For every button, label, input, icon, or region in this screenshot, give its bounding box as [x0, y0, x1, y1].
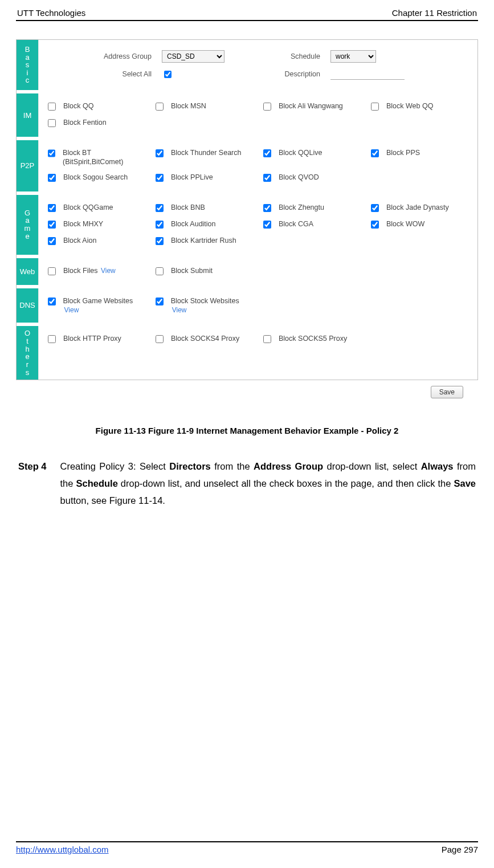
p2p-item: Block Sogou Search: [46, 173, 148, 184]
label-description: Description: [263, 70, 320, 78]
game-item: Block WOW: [369, 219, 471, 230]
game-item: Block Zhengtu: [261, 203, 363, 214]
dns-label: Block Stock Websites View: [171, 296, 255, 315]
p2p-checkbox[interactable]: [371, 149, 379, 157]
game-item: Block Aion: [46, 236, 148, 247]
p2p-item: Block PPS: [369, 148, 471, 167]
dns-view-link[interactable]: View: [64, 306, 79, 314]
others-item: Block SOCKS4 Proxy: [153, 334, 255, 345]
others-checkbox[interactable]: [48, 335, 56, 343]
others-checkbox[interactable]: [263, 335, 271, 343]
game-label: Block Aion: [63, 236, 96, 245]
step-text: Creating Policy 3: Select Directors from…: [60, 458, 476, 509]
save-button[interactable]: Save: [431, 386, 463, 398]
p2p-label: Block Thunder Search: [171, 148, 241, 157]
game-checkbox[interactable]: [48, 221, 56, 229]
input-description[interactable]: [330, 68, 405, 80]
im-label: Block Ali Wangwang: [279, 101, 343, 111]
section-label-game: Game: [17, 195, 38, 255]
header-right: Chapter 11 Restriction: [392, 8, 477, 18]
select-address-group[interactable]: CSD_SD: [162, 50, 224, 63]
game-item: Block BNB: [153, 203, 255, 214]
section-label-basic: Basic: [17, 40, 38, 90]
dns-item: Block Stock Websites View: [153, 296, 255, 315]
p2p-checkbox[interactable]: [156, 174, 164, 182]
section-label-web: Web: [17, 258, 38, 285]
web-checkbox[interactable]: [156, 267, 164, 275]
p2p-item: Block QVOD: [261, 173, 363, 184]
figure-caption: Figure 11-13 Figure 11-9 Internet Manage…: [16, 426, 478, 435]
p2p-item: Block BT (BitSpirit,BitComet): [46, 148, 148, 167]
game-checkbox[interactable]: [263, 204, 271, 212]
game-checkbox[interactable]: [156, 204, 164, 212]
im-checkbox[interactable]: [48, 119, 56, 127]
checkbox-select-all[interactable]: [164, 71, 172, 78]
p2p-item: Block PPLive: [153, 173, 255, 184]
game-item: Block QQGame: [46, 203, 148, 214]
dns-label: Block Game Websites View: [63, 296, 148, 315]
game-item: Block MHXY: [46, 219, 148, 230]
im-label: Block QQ: [63, 101, 94, 111]
game-item: Block Audition: [153, 219, 255, 230]
game-checkbox[interactable]: [371, 204, 379, 212]
label-select-all: Select All: [66, 70, 152, 78]
footer-url[interactable]: http://www.uttglobal.com: [16, 845, 109, 854]
header-left: UTT Technologies: [17, 8, 85, 18]
others-checkbox[interactable]: [156, 335, 164, 343]
im-checkbox[interactable]: [263, 103, 271, 111]
game-label: Block Audition: [171, 219, 216, 229]
web-view-link[interactable]: View: [101, 267, 116, 275]
im-item: Block Web QQ: [369, 101, 471, 112]
game-checkbox[interactable]: [263, 221, 271, 229]
im-checkbox[interactable]: [371, 103, 379, 111]
game-label: Block MHXY: [63, 219, 103, 229]
p2p-checkbox[interactable]: [48, 174, 56, 182]
p2p-label: Block PPS: [386, 148, 420, 157]
section-label-others: Others: [17, 326, 38, 380]
web-label: Block Submit: [171, 266, 213, 275]
im-checkbox[interactable]: [48, 103, 56, 111]
p2p-label: Block PPLive: [171, 173, 213, 182]
p2p-checkbox[interactable]: [48, 149, 55, 157]
game-checkbox[interactable]: [48, 204, 56, 212]
game-checkbox[interactable]: [156, 237, 164, 245]
im-item: Block QQ: [46, 101, 148, 112]
step-number: Step 4: [18, 458, 47, 509]
dns-checkbox[interactable]: [156, 298, 164, 305]
web-checkbox[interactable]: [48, 267, 56, 275]
others-label: Block SOCKS5 Proxy: [279, 334, 347, 343]
p2p-label: Block BT (BitSpirit,BitComet): [63, 148, 148, 167]
web-item: Block Submit: [153, 266, 255, 277]
others-label: Block HTTP Proxy: [63, 334, 121, 343]
config-panel: Basic Address Group CSD_SD Schedule: [16, 39, 478, 380]
game-checkbox[interactable]: [156, 221, 164, 229]
game-label: Block Kartrider Rush: [171, 236, 236, 245]
web-label: Block Files View: [63, 266, 116, 276]
game-label: Block Zhengtu: [279, 203, 324, 212]
im-label: Block Fention: [63, 118, 107, 127]
game-label: Block QQGame: [63, 203, 113, 212]
p2p-label: Block Sogou Search: [63, 173, 128, 182]
game-label: Block Jade Dynasty: [386, 203, 449, 212]
p2p-checkbox[interactable]: [263, 149, 271, 157]
dns-checkbox[interactable]: [48, 298, 56, 305]
game-checkbox[interactable]: [48, 237, 56, 245]
im-checkbox[interactable]: [156, 103, 164, 111]
dns-view-link[interactable]: View: [172, 306, 187, 314]
game-label: Block BNB: [171, 203, 205, 212]
others-item: Block SOCKS5 Proxy: [261, 334, 363, 345]
others-item: Block HTTP Proxy: [46, 334, 148, 345]
web-item: Block Files View: [46, 266, 148, 277]
others-label: Block SOCKS4 Proxy: [171, 334, 239, 343]
p2p-checkbox[interactable]: [156, 149, 164, 157]
p2p-item: Block Thunder Search: [153, 148, 255, 167]
section-label-p2p: P2P: [17, 140, 38, 191]
game-checkbox[interactable]: [371, 221, 379, 229]
label-schedule: Schedule: [263, 52, 320, 60]
im-item: Block Ali Wangwang: [261, 101, 363, 112]
p2p-checkbox[interactable]: [263, 174, 271, 182]
label-address-group: Address Group: [66, 52, 152, 60]
im-label: Block Web QQ: [386, 101, 433, 111]
p2p-label: Block QVOD: [279, 173, 319, 182]
select-schedule[interactable]: work: [330, 50, 376, 63]
